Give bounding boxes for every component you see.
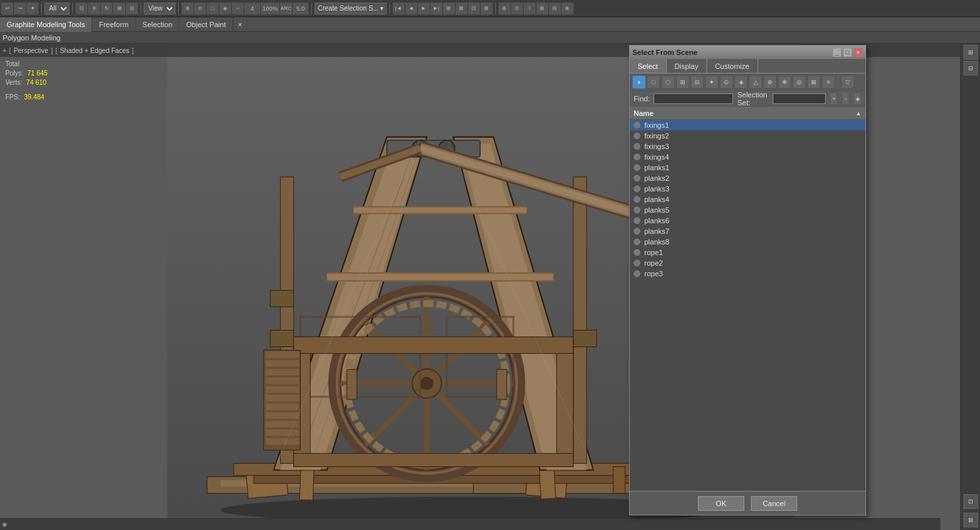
dialog-titlebar[interactable]: Select From Scene _ □ × xyxy=(630,46,865,59)
dialog-close-btn[interactable]: × xyxy=(854,48,863,57)
list-item[interactable]: rope2 xyxy=(630,258,865,268)
dialog-maximize-btn[interactable]: □ xyxy=(843,48,852,57)
viewport-bracket-left[interactable]: + xyxy=(3,47,7,54)
dlg-icon-shape[interactable]: △ xyxy=(749,76,762,89)
toolbar-icon-rotate[interactable]: ↻ xyxy=(101,3,113,15)
dlg-icon-sphere[interactable]: ● xyxy=(632,76,646,89)
menu-tab-objectpaint[interactable]: Object Paint xyxy=(179,17,233,32)
toolbar-icon-angle[interactable]: 5.0 xyxy=(293,3,309,15)
svg-rect-66 xyxy=(266,360,299,367)
list-item[interactable]: planks4 xyxy=(630,194,865,205)
find-input[interactable] xyxy=(654,93,733,104)
right-panel-icon-2[interactable]: ⊟ xyxy=(963,61,978,76)
selection-set-input[interactable] xyxy=(773,93,826,104)
toolbar-icon-5[interactable]: ↔ xyxy=(232,3,244,15)
toolbar-icon-k[interactable]: ↕ xyxy=(524,3,536,15)
dlg-icon-light[interactable]: ✦ xyxy=(705,76,718,89)
list-sort-arrow[interactable]: ▲ xyxy=(856,110,861,117)
dialog-items-list[interactable]: fixings1fixings2fixings3fixings4planks1p… xyxy=(630,120,865,491)
toolbar-icon-n[interactable]: ⊕ xyxy=(562,3,573,15)
list-item[interactable]: planks7 xyxy=(630,226,865,237)
dialog-minimize-btn[interactable]: _ xyxy=(832,48,842,57)
toolbar-icon-2[interactable]: ⊙ xyxy=(194,3,206,15)
dialog-cancel-btn[interactable]: Cancel xyxy=(751,496,797,511)
list-item-name: fixings1 xyxy=(644,121,669,129)
menu-tab-selection[interactable]: Selection xyxy=(136,17,179,32)
toolbar-icon-d[interactable]: ►| xyxy=(430,3,442,15)
dlg-icon-select1[interactable]: ⊞ xyxy=(676,76,689,89)
toolbar-icon-m[interactable]: ⊟ xyxy=(549,3,561,15)
dlg-icon-add-set[interactable]: + xyxy=(830,92,838,105)
svg-rect-63 xyxy=(293,453,573,466)
list-item[interactable]: fixings4 xyxy=(630,152,865,162)
dialog-tab-customize[interactable]: Customize xyxy=(707,59,758,73)
create-selection-btn[interactable]: Create Selection S... ▾ xyxy=(315,3,387,15)
toolbar-icon-h[interactable]: ⊞ xyxy=(481,3,493,15)
svg-rect-75 xyxy=(266,438,299,445)
list-item[interactable]: rope3 xyxy=(630,268,865,279)
toolbar-icon-mirror[interactable]: ⊟ xyxy=(126,3,138,15)
find-label: Find: xyxy=(634,95,650,103)
dlg-icon-wire[interactable]: ⬡ xyxy=(662,76,675,89)
dlg-icon-camera[interactable]: ⊙ xyxy=(720,76,733,89)
list-item[interactable]: fixings2 xyxy=(630,131,865,141)
toolbar-icon-move[interactable]: ✛ xyxy=(88,3,100,15)
list-item[interactable]: planks8 xyxy=(630,237,865,247)
view-dropdown[interactable]: View xyxy=(144,3,175,15)
toolbar-icon-f[interactable]: ⊠ xyxy=(456,3,467,15)
toolbar-icon-redo[interactable]: ↪ xyxy=(14,3,26,15)
toolbar-icon-select-region[interactable]: ⊡ xyxy=(75,3,87,15)
list-item[interactable]: planks6 xyxy=(630,215,865,226)
toolbar-icon-b[interactable]: ◄ xyxy=(405,3,417,15)
right-panel-icon-4[interactable]: ⊠ xyxy=(963,513,978,527)
dlg-icon-filter[interactable]: ▽ xyxy=(841,76,854,89)
list-header-name: Name xyxy=(634,109,856,117)
toolbar-icon-e[interactable]: ⊞ xyxy=(443,3,455,15)
list-item[interactable]: planks1 xyxy=(630,162,865,173)
all-dropdown[interactable]: All xyxy=(44,3,70,15)
menu-tab-graphite[interactable]: Graphite Modeling Tools xyxy=(0,17,92,32)
menu-tab-close-btn[interactable]: × xyxy=(233,17,246,32)
toolbar-icon-undo[interactable]: ↩ xyxy=(1,3,13,15)
right-panel: ⊞ ⊟ ⊡ ⊠ xyxy=(960,44,980,530)
dialog-tab-display[interactable]: Display xyxy=(667,59,707,73)
dlg-icon-select2[interactable]: ⊟ xyxy=(691,76,704,89)
dlg-icon-layers[interactable]: ≡ xyxy=(822,76,835,89)
toolbar-icon-i[interactable]: ⊕ xyxy=(499,3,511,15)
dlg-icon-box[interactable]: □ xyxy=(647,76,660,89)
list-item-name: planks5 xyxy=(644,206,669,214)
toolbar-icon-c[interactable]: ► xyxy=(418,3,430,15)
toolbar-icon-scale[interactable]: ⊞ xyxy=(113,3,125,15)
dlg-icon-bone[interactable]: ⊕ xyxy=(763,76,777,89)
list-item[interactable]: rope1 xyxy=(630,247,865,258)
right-panel-icon-1[interactable]: ⊞ xyxy=(963,45,978,60)
toolbar-icon-l[interactable]: ⊞ xyxy=(536,3,548,15)
list-item[interactable]: fixings3 xyxy=(630,141,865,152)
toolbar-icon-arc[interactable]: ARC xyxy=(280,3,292,15)
toolbar-icon-pct[interactable]: 100% xyxy=(261,3,279,15)
menu-tab-freeform[interactable]: Freeform xyxy=(92,17,136,32)
toolbar-icon-a[interactable]: |◄ xyxy=(393,3,405,15)
toolbar-icon-1[interactable]: ⊕ xyxy=(181,3,193,15)
viewport-bracket-5: ] xyxy=(132,47,134,54)
toolbar-icon-num[interactable]: 4 xyxy=(244,3,260,15)
toolbar-icon-g[interactable]: ⊡ xyxy=(468,3,480,15)
dlg-icon-helper[interactable]: ◈ xyxy=(734,76,748,89)
dlg-icon-particle[interactable]: ✻ xyxy=(778,76,791,89)
toolbar-icon-3[interactable]: □ xyxy=(207,3,219,15)
menu-bar: Graphite Modeling Tools Freeform Selecti… xyxy=(0,17,980,32)
list-item[interactable]: planks2 xyxy=(630,173,865,184)
toolbar-icon-select[interactable]: ✦ xyxy=(26,3,38,15)
dialog-ok-btn[interactable]: OK xyxy=(698,496,744,511)
dlg-icon-space[interactable]: ◎ xyxy=(793,76,806,89)
dlg-icon-xref[interactable]: ⊠ xyxy=(807,76,820,89)
right-panel-icon-3[interactable]: ⊡ xyxy=(963,494,978,509)
toolbar-icon-4[interactable]: ◈ xyxy=(219,3,231,15)
toolbar-icon-j[interactable]: ⊙ xyxy=(511,3,523,15)
dlg-icon-sel-set[interactable]: ◈ xyxy=(854,92,861,105)
list-item[interactable]: planks3 xyxy=(630,184,865,194)
list-item[interactable]: fixings1 xyxy=(630,120,865,131)
dlg-icon-remove-set[interactable]: - xyxy=(842,92,850,105)
dialog-tab-select[interactable]: Select xyxy=(630,59,667,73)
list-item[interactable]: planks5 xyxy=(630,205,865,215)
